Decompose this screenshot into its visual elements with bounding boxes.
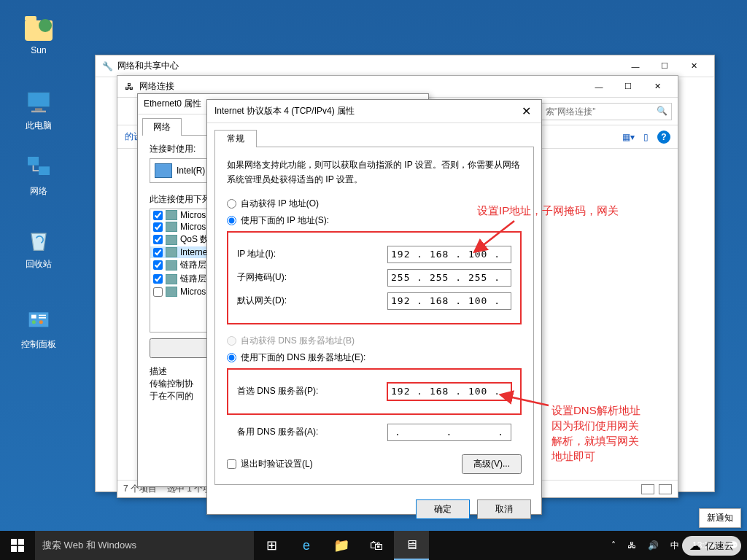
search-placeholder: 搜索 Web 和 Windows bbox=[42, 539, 136, 552]
view-large-icon[interactable] bbox=[659, 484, 672, 494]
tab-network[interactable]: 网络 bbox=[142, 118, 182, 136]
desktop-icon-label: 网络 bbox=[13, 185, 64, 198]
input-subnet-mask[interactable] bbox=[387, 269, 511, 287]
folder-icon bbox=[24, 13, 53, 42]
protocol-icon bbox=[166, 247, 177, 257]
input-gateway[interactable] bbox=[387, 292, 511, 310]
svg-rect-2 bbox=[31, 111, 46, 113]
titlebar[interactable]: Internet 协议版本 4 (TCP/IPv4) 属性 ✕ bbox=[207, 100, 541, 123]
svg-rect-13 bbox=[11, 539, 17, 545]
desktop-icon-label: 回收站 bbox=[13, 258, 64, 271]
protocol-icon bbox=[166, 287, 177, 297]
radio-auto-dns bbox=[227, 336, 236, 346]
checkbox[interactable] bbox=[153, 274, 163, 284]
tray-ime-icon[interactable]: 中 bbox=[667, 540, 682, 552]
desktop-icon-label: Sun bbox=[13, 45, 64, 55]
radio-auto-ip[interactable] bbox=[227, 199, 236, 209]
dns-fields-group: 首选 DNS 服务器(P): bbox=[227, 368, 522, 415]
advanced-button[interactable]: 高级(V)... bbox=[462, 454, 522, 474]
radio-manual-dns[interactable] bbox=[227, 353, 236, 362]
close-button[interactable]: ✕ bbox=[519, 104, 534, 118]
checkbox[interactable] bbox=[153, 235, 163, 244]
label-gateway: 默认网关(D): bbox=[237, 295, 387, 307]
minimize-button[interactable]: — bbox=[584, 76, 614, 98]
protocol-icon bbox=[166, 235, 177, 245]
start-button[interactable] bbox=[0, 531, 35, 560]
notification-balloon[interactable]: 新通知 bbox=[699, 508, 741, 528]
network-folder-icon: 🖧 bbox=[123, 81, 135, 93]
protocol-icon bbox=[166, 260, 177, 271]
checkbox[interactable] bbox=[153, 260, 163, 270]
minimize-button[interactable]: — bbox=[621, 55, 650, 77]
file-explorer-icon[interactable]: 📁 bbox=[324, 531, 359, 560]
list-item-label: Micros bbox=[180, 287, 206, 297]
checkbox[interactable] bbox=[153, 211, 163, 220]
taskbar: 搜索 Web 和 Windows ⊞ e 📁 🛍 🖥 ˄ 🖧 🔊 中 13:35… bbox=[0, 531, 747, 560]
svg-rect-14 bbox=[18, 539, 24, 545]
desktop-icon-this-pc[interactable]: 此电脑 bbox=[13, 88, 64, 132]
svg-rect-7 bbox=[39, 315, 46, 316]
svg-rect-6 bbox=[31, 315, 36, 319]
checkbox-validate-on-exit[interactable] bbox=[227, 459, 236, 469]
maximize-button[interactable]: ☐ bbox=[614, 76, 643, 98]
desktop-icon-network[interactable]: 网络 bbox=[13, 153, 64, 198]
maximize-button[interactable]: ☐ bbox=[650, 55, 679, 77]
input-dns-primary[interactable] bbox=[387, 383, 511, 400]
dialog-ipv4-properties[interactable]: Internet 协议版本 4 (TCP/IPv4) 属性 ✕ 常规 如果网络支… bbox=[206, 99, 542, 515]
adapter-name: Intel(R) bbox=[177, 166, 205, 176]
view-dropdown-icon[interactable]: ▦▾ bbox=[622, 132, 635, 142]
input-dns-secondary[interactable] bbox=[387, 424, 511, 441]
arrow-icon bbox=[505, 392, 556, 417]
close-button[interactable]: ✕ bbox=[679, 55, 708, 77]
desktop-icon-control-panel[interactable]: 控制面板 bbox=[13, 306, 64, 351]
arrow-icon bbox=[474, 217, 518, 257]
checkbox[interactable] bbox=[153, 248, 163, 257]
ok-button[interactable]: 确定 bbox=[416, 499, 470, 519]
tray-volume-icon[interactable]: 🔊 bbox=[645, 540, 662, 551]
label-mask: 子网掩码(U): bbox=[237, 271, 387, 284]
task-item-control-panel[interactable]: 🖥 bbox=[394, 531, 429, 560]
protocol-icon bbox=[166, 222, 177, 232]
recycle-bin-icon bbox=[24, 226, 53, 255]
annotation-dns: 设置DNS解析地址 因为我们使用网关 解析，就填写网关 地址即可 bbox=[551, 402, 640, 464]
desktop-icon-sun[interactable]: Sun bbox=[13, 13, 64, 55]
close-button[interactable]: ✕ bbox=[643, 76, 672, 98]
control-panel-icon bbox=[24, 306, 53, 335]
svg-rect-4 bbox=[39, 166, 50, 175]
svg-rect-1 bbox=[35, 108, 42, 110]
radio-manual-ip[interactable] bbox=[227, 216, 236, 225]
control-panel-icon: 🔧 bbox=[101, 61, 113, 72]
network-icon bbox=[24, 153, 53, 182]
checkbox[interactable] bbox=[153, 287, 163, 297]
label-ip: IP 地址(I): bbox=[237, 248, 387, 260]
tray-up-icon[interactable]: ˄ bbox=[608, 540, 619, 551]
svg-line-11 bbox=[481, 221, 514, 246]
search-input[interactable] bbox=[541, 103, 672, 120]
svg-rect-15 bbox=[11, 546, 17, 552]
task-view-button[interactable]: ⊞ bbox=[254, 531, 289, 560]
view-details-icon[interactable] bbox=[641, 484, 654, 494]
list-item-label: Micros bbox=[180, 222, 206, 232]
svg-rect-16 bbox=[18, 546, 24, 552]
search-icon[interactable]: 🔍 bbox=[657, 106, 667, 116]
cancel-button[interactable]: 取消 bbox=[477, 499, 531, 519]
tray-network-icon[interactable]: 🖧 bbox=[624, 540, 639, 551]
svg-rect-3 bbox=[28, 157, 39, 166]
checkbox[interactable] bbox=[153, 222, 163, 232]
radio-label: 使用下面的 IP 地址(S): bbox=[241, 214, 329, 227]
desktop-icon-recycle-bin[interactable]: 回收站 bbox=[13, 226, 64, 271]
taskbar-search[interactable]: 搜索 Web 和 Windows bbox=[35, 531, 254, 560]
svg-point-10 bbox=[39, 320, 43, 324]
pc-icon bbox=[24, 88, 53, 117]
watermark: ☁ 亿速云 bbox=[682, 536, 741, 556]
titlebar[interactable]: 🔧 网络和共享中心 — ☐ ✕ bbox=[96, 55, 714, 77]
label-dns2: 备用 DNS 服务器(A): bbox=[237, 426, 387, 438]
svg-line-12 bbox=[509, 397, 549, 405]
store-icon[interactable]: 🛍 bbox=[359, 531, 394, 560]
edge-icon[interactable]: e bbox=[289, 531, 324, 560]
preview-pane-icon[interactable]: ▯ bbox=[643, 132, 649, 142]
list-item-label: Interne bbox=[180, 247, 207, 257]
help-icon[interactable]: ? bbox=[657, 131, 670, 144]
desktop-icon-label: 此电脑 bbox=[13, 120, 64, 132]
tab-general[interactable]: 常规 bbox=[214, 130, 257, 147]
